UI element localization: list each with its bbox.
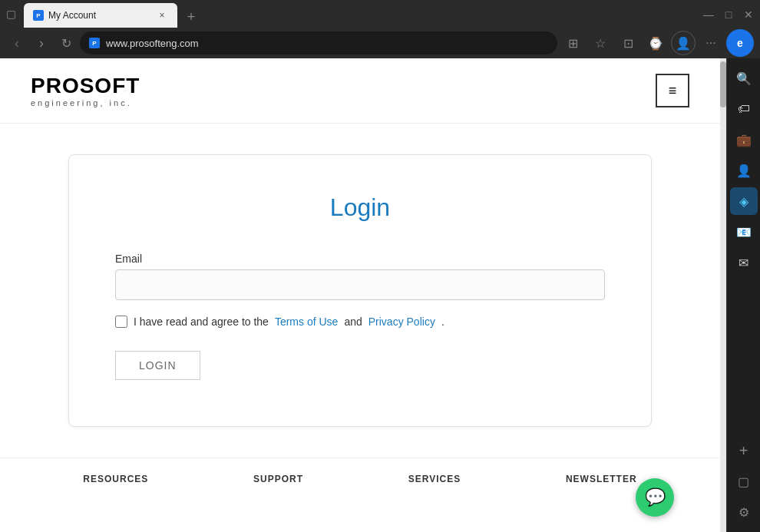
tab-title: My Account	[48, 10, 151, 21]
site-footer-bar: RESOURCES SUPPORT SERVICES NEWSLETTER	[0, 458, 720, 500]
sidebar-message-icon[interactable]: ✉	[730, 249, 758, 276]
logo: PROSOFT engineering, inc.	[31, 74, 140, 107]
close-button[interactable]: ✕	[743, 8, 754, 19]
footer-col-newsletter: NEWSLETTER	[566, 474, 637, 484]
sidebar-coupon-icon[interactable]: 🏷	[730, 95, 758, 123]
terms-link[interactable]: Terms of Use	[275, 316, 338, 328]
menu-toggle-button[interactable]: ≡	[656, 74, 689, 107]
sidebar-outlook-icon[interactable]: 📧	[730, 218, 758, 246]
footer-col-resources: RESOURCES	[83, 474, 148, 484]
checkbox-text-before: I have read and agree to the	[134, 316, 269, 328]
edge-sidebar: 🔍 🏷 💼 👤 ◈ 📧 ✉ + ▢ ⚙	[726, 58, 760, 532]
sidebar-briefcase-icon[interactable]: 💼	[730, 126, 758, 154]
logo-sub: engineering, inc.	[31, 98, 140, 107]
more-options-button[interactable]: ···	[699, 31, 723, 55]
sidebar-settings-icon[interactable]: ⚙	[730, 498, 758, 526]
address-bar[interactable]: P www.prosofteng.com	[80, 31, 557, 55]
email-form-group: Email	[115, 253, 605, 300]
forward-button[interactable]: ›	[31, 32, 52, 54]
minimize-button[interactable]: —	[703, 8, 714, 19]
collections-button[interactable]: ⊡	[616, 31, 640, 55]
login-card: Login Email I have read and agree to the…	[68, 154, 652, 427]
sidebar-panel-toggle[interactable]: ▢	[730, 468, 758, 495]
logo-main: PROSOFT	[31, 74, 140, 98]
address-bar-row: ‹ › ↻ P www.prosofteng.com ⊞ ☆ ⊡ ⌚ 👤 ···…	[0, 28, 760, 58]
active-tab[interactable]: P My Account ×	[24, 3, 177, 28]
chat-bubble[interactable]: 💬	[636, 478, 674, 517]
split-view-button[interactable]: ⊞	[560, 31, 585, 55]
terms-checkbox[interactable]	[115, 316, 127, 328]
site-header: PROSOFT engineering, inc. ≡	[0, 58, 720, 124]
window-controls: — □ ✕	[703, 8, 754, 19]
sidebar-search-icon[interactable]: 🔍	[730, 64, 758, 92]
refresh-button[interactable]: ↻	[55, 32, 77, 54]
email-label: Email	[115, 253, 605, 265]
profile-button[interactable]: 👤	[671, 31, 696, 55]
sidebar-copilot-icon[interactable]: ◈	[730, 187, 758, 215]
login-button[interactable]: LOGIN	[115, 351, 200, 380]
sidebar-add-button[interactable]: +	[730, 437, 758, 464]
checkbox-and: and	[344, 316, 362, 328]
sidebar-user-icon[interactable]: 👤	[730, 157, 758, 184]
checkbox-period: .	[441, 316, 444, 328]
window-icon: ▢	[6, 8, 16, 20]
checkbox-row: I have read and agree to the Terms of Us…	[115, 316, 605, 328]
new-tab-button[interactable]: +	[180, 6, 202, 28]
scrollbar[interactable]	[720, 58, 726, 532]
address-url: www.prosofteng.com	[106, 38, 548, 49]
back-button[interactable]: ‹	[6, 32, 28, 54]
browser-wallet-button[interactable]: ⌚	[643, 31, 668, 55]
address-favicon: P	[89, 38, 100, 48]
favorites-button[interactable]: ☆	[588, 31, 613, 55]
page-content: PROSOFT engineering, inc. ≡ Login Email …	[0, 58, 720, 532]
maximize-button[interactable]: □	[723, 8, 734, 19]
login-title: Login	[115, 193, 605, 222]
footer-col-support: SUPPORT	[253, 474, 303, 484]
tab-favicon: P	[33, 10, 44, 21]
email-input[interactable]	[115, 269, 605, 300]
browser-viewport: PROSOFT engineering, inc. ≡ Login Email …	[0, 58, 760, 532]
privacy-link[interactable]: Privacy Policy	[368, 316, 435, 328]
tab-close-button[interactable]: ×	[156, 9, 168, 21]
copilot-button[interactable]: e	[726, 29, 754, 57]
footer-col-services: SERVICES	[408, 474, 461, 484]
tab-bar: P My Account × +	[24, 0, 699, 28]
scrollbar-thumb[interactable]	[720, 61, 726, 107]
